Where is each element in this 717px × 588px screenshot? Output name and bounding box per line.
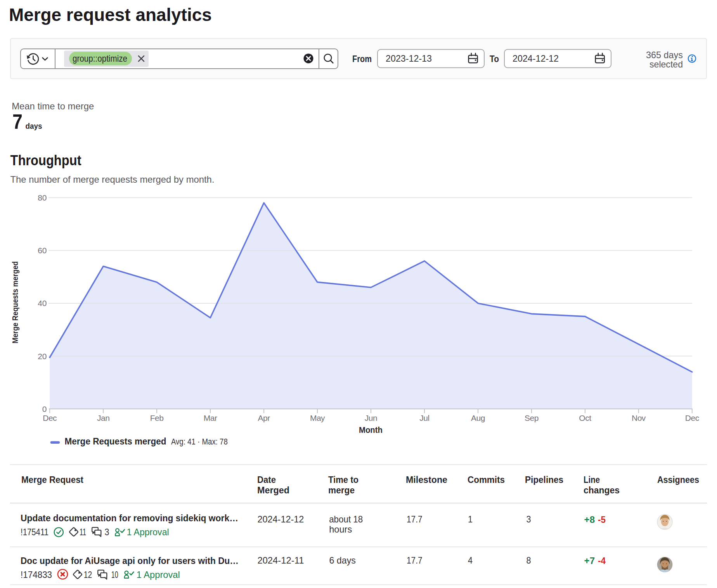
svg-text:Throughput: Throughput xyxy=(10,152,81,168)
svg-text:11: 11 xyxy=(80,527,86,537)
svg-text:+8: +8 xyxy=(584,514,595,525)
svg-text:Sep: Sep xyxy=(525,413,539,422)
svg-text:Merge Requests merged: Merge Requests merged xyxy=(10,261,19,344)
svg-text:3: 3 xyxy=(526,514,531,524)
svg-text:about 18: about 18 xyxy=(329,514,363,524)
svg-text:selected: selected xyxy=(649,59,683,69)
svg-text:1: 1 xyxy=(468,514,473,524)
svg-text:Update documentation for remov: Update documentation for removing sideki… xyxy=(21,513,238,523)
svg-text:To: To xyxy=(490,54,499,64)
svg-text:Nov: Nov xyxy=(632,413,646,422)
svg-text:-5: -5 xyxy=(598,514,606,525)
svg-text:0: 0 xyxy=(42,405,47,413)
svg-text:Time to: Time to xyxy=(328,475,358,485)
svg-text:2024-12-11: 2024-12-11 xyxy=(257,555,304,566)
svg-text:8: 8 xyxy=(526,555,531,566)
svg-text:1 Approval: 1 Approval xyxy=(137,569,180,580)
svg-text:Feb: Feb xyxy=(150,413,164,422)
svg-text:Milestone: Milestone xyxy=(406,475,447,485)
svg-text:Date: Date xyxy=(257,475,276,485)
svg-text:Line: Line xyxy=(584,475,600,485)
svg-text:Aug: Aug xyxy=(471,413,485,422)
svg-text:-4: -4 xyxy=(598,555,606,566)
svg-text:365 days: 365 days xyxy=(646,50,683,60)
svg-text:merge: merge xyxy=(328,485,355,495)
svg-text:Oct: Oct xyxy=(579,413,591,422)
svg-text:Jul: Jul xyxy=(419,413,429,422)
svg-text:Mar: Mar xyxy=(204,413,217,422)
svg-text:+7: +7 xyxy=(584,555,595,566)
svg-text:Dec: Dec xyxy=(43,413,57,422)
svg-text:60: 60 xyxy=(38,246,47,255)
svg-text:6 days: 6 days xyxy=(329,555,356,566)
svg-text:10: 10 xyxy=(111,569,118,580)
svg-text:Jun: Jun xyxy=(365,413,377,422)
svg-text:From: From xyxy=(352,54,372,64)
svg-text:2024-12-12: 2024-12-12 xyxy=(257,514,304,524)
svg-text:Merged: Merged xyxy=(257,485,289,495)
svg-text:!175411: !175411 xyxy=(21,527,48,537)
svg-text:Doc update for AiUsage api onl: Doc update for AiUsage api only for user… xyxy=(21,555,239,566)
svg-text:Avg: 41 · Max: 78: Avg: 41 · Max: 78 xyxy=(171,437,228,446)
svg-text:Month: Month xyxy=(359,425,383,435)
svg-text:changes: changes xyxy=(584,485,620,495)
svg-text:days: days xyxy=(26,122,42,130)
svg-text:2024-12-12: 2024-12-12 xyxy=(513,53,559,64)
svg-text:Merge Request: Merge Request xyxy=(21,475,83,485)
svg-text:!174833: !174833 xyxy=(21,569,52,580)
svg-text:3: 3 xyxy=(105,527,109,537)
svg-text:80: 80 xyxy=(38,193,47,202)
svg-text:20: 20 xyxy=(38,352,47,361)
svg-text:40: 40 xyxy=(38,299,47,308)
svg-text:Jan: Jan xyxy=(97,413,109,422)
svg-text:Commits: Commits xyxy=(468,475,505,485)
svg-text:Merge request analytics: Merge request analytics xyxy=(9,4,212,25)
svg-text:12: 12 xyxy=(84,569,92,580)
svg-text:17.7: 17.7 xyxy=(407,555,423,566)
svg-text:4: 4 xyxy=(468,555,473,566)
svg-text:2023-12-13: 2023-12-13 xyxy=(386,53,432,64)
svg-text:group::optimize: group::optimize xyxy=(73,53,127,64)
svg-text:Mean time to merge: Mean time to merge xyxy=(12,101,94,111)
svg-text:Merge Requests merged: Merge Requests merged xyxy=(65,436,166,446)
svg-text:7: 7 xyxy=(12,110,23,133)
svg-text:hours: hours xyxy=(329,524,352,534)
svg-text:May: May xyxy=(310,413,325,422)
svg-text:17.7: 17.7 xyxy=(407,514,423,524)
svg-text:Pipelines: Pipelines xyxy=(525,475,563,485)
svg-text:1 Approval: 1 Approval xyxy=(127,527,169,537)
svg-text:Dec: Dec xyxy=(685,413,699,422)
svg-text:Apr: Apr xyxy=(258,413,270,422)
svg-text:Assignees: Assignees xyxy=(657,475,699,485)
svg-text:The number of merge requests m: The number of merge requests merged by m… xyxy=(10,174,215,185)
